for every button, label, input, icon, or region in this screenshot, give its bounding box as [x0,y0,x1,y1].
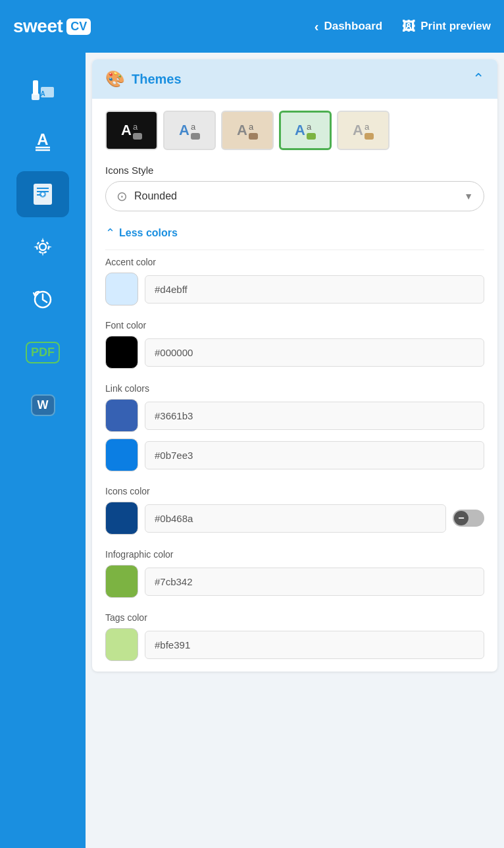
logo-text: sweet [13,16,63,37]
theme-letter-1: A [121,122,132,139]
back-label: Dashboard [324,20,382,33]
panel-title: Themes [132,72,182,87]
icons-color-row: − [105,502,484,535]
svg-rect-1 [33,80,38,95]
print-label: Print preview [420,20,491,33]
theme-letter-4: A [295,122,305,139]
toggle-track: − [453,510,484,527]
palette-icon: 🎨 [105,70,125,88]
theme-inner-5: A a [353,122,374,140]
less-colors-chevron-icon: ⌃ [105,226,115,240]
theme-small-4: a [307,122,316,132]
design-icon: A [29,75,57,103]
link-color1-swatch[interactable] [105,399,138,432]
content-area: 🎨 Themes ⌃ A a [86,53,504,848]
svg-text:A: A [37,130,48,148]
layout-icon [28,180,57,209]
sidebar-item-design[interactable]: A [16,66,69,112]
theme-inner-2: A a [179,122,200,140]
svg-point-13 [37,241,49,253]
tags-color-section: Tags color [92,608,497,672]
accent-color-input[interactable] [145,275,484,304]
theme-letter-3: A [237,122,247,139]
font-color-label: Font color [105,320,484,331]
less-colors-text: Less colors [119,227,178,239]
theme-small-1: a [133,122,142,132]
icons-style-value: Rounded [134,190,457,202]
infographic-color-row [105,565,484,598]
sidebar-item-pdf[interactable]: PDF [16,329,69,375]
back-button[interactable]: ‹ Dashboard [315,19,382,34]
toggle-minus-icon: − [458,513,464,523]
svg-text:A: A [40,90,45,97]
infographic-color-input[interactable] [145,568,484,596]
theme-option-4[interactable]: A a [279,111,332,150]
logo-cv: CV [66,18,91,35]
toggle-knob: − [454,511,468,525]
divider-1 [105,250,484,250]
theme-inner-4: A a [295,122,316,140]
link-colors-section: Link colors [92,379,497,482]
icons-color-input[interactable] [145,504,446,533]
svg-point-12 [39,244,46,250]
link-color2-swatch[interactable] [105,438,138,471]
accent-color-row [105,273,484,305]
theme-inner-3: A a [237,122,258,140]
font-color-input[interactable] [145,338,484,367]
panel-header-left: 🎨 Themes [105,70,182,88]
theme-dot-1 [133,133,142,140]
infographic-color-swatch[interactable] [105,565,138,598]
themes-panel: 🎨 Themes ⌃ A a [92,59,497,672]
link-color2-input[interactable] [145,441,484,469]
theme-option-3[interactable]: A a [221,111,274,150]
font-color-row [105,336,484,369]
theme-option-5[interactable]: A a [337,111,390,150]
sidebar-item-history[interactable] [16,277,69,323]
link-color1-input[interactable] [145,402,484,430]
pdf-badge: PDF [26,342,60,363]
link-colors-label: Link colors [105,383,484,394]
panel-header: 🎨 Themes ⌃ [92,59,497,99]
sidebar-item-settings[interactable] [16,224,69,270]
font-color-section: Font color [92,316,497,379]
sidebar-item-typography[interactable]: A [16,119,69,165]
logo: sweet CV [13,16,91,37]
panel-collapse-button[interactable]: ⌃ [472,70,484,88]
print-preview-button[interactable]: 🖼 Print preview [402,19,491,34]
pdf-label: PDF [31,346,55,359]
back-chevron-icon: ‹ [315,19,319,34]
theme-options: A a A a [92,99,497,157]
icons-color-swatch[interactable] [105,502,138,535]
sidebar-item-word[interactable]: W [16,382,69,428]
sidebar-item-layout[interactable] [16,171,69,217]
infographic-color-section: Infographic color [92,545,497,608]
accent-color-label: Accent color [105,257,484,267]
icons-style-icon: ⊙ [116,188,128,204]
theme-letter-5: A [353,122,363,139]
theme-letter-2: A [179,122,189,139]
word-label: W [38,398,49,411]
accent-color-section: Accent color [92,253,497,316]
word-badge: W [31,394,55,416]
tags-color-input[interactable] [145,631,484,659]
theme-dot-3 [249,133,258,140]
link-color1-row [105,399,484,432]
main-layout: A A [0,53,504,848]
theme-dot-4 [307,133,316,140]
settings-icon [30,234,56,260]
less-colors-button[interactable]: ⌃ Less colors [92,217,497,247]
font-color-swatch[interactable] [105,336,138,369]
accent-color-swatch[interactable] [105,273,138,305]
nav-right: ‹ Dashboard 🖼 Print preview [315,19,491,34]
theme-small-2: a [191,122,200,132]
tags-color-swatch[interactable] [105,628,138,661]
icons-color-toggle[interactable]: − [453,510,484,527]
link-color2-row [105,438,484,471]
icons-color-label: Icons color [105,486,484,496]
icons-style-dropdown[interactable]: ⊙ Rounded ▼ [105,181,484,211]
history-icon [30,286,56,313]
theme-option-1[interactable]: A a [105,111,158,150]
typography-icon: A [29,128,57,155]
tags-color-row [105,628,484,661]
theme-option-2[interactable]: A a [163,111,216,150]
